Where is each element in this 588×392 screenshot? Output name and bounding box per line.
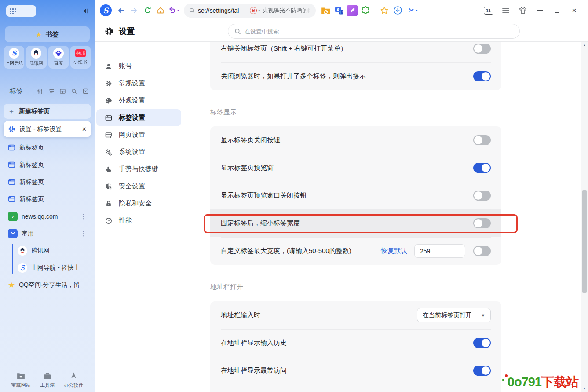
restore-default-link[interactable]: 恢复默认 [381,247,407,255]
shield-gear-icon [105,183,112,190]
download-button[interactable] [391,4,404,17]
more-options-icon[interactable]: ⋮ [80,212,87,220]
menu-button[interactable] [497,4,514,17]
quick-link-sogou-nav[interactable]: S 上网导航 [4,46,24,69]
tab-item-news[interactable]: › news.qq.com ⋮ [4,208,91,225]
webpage-gear-icon [105,132,112,139]
quick-link-xiaohongshu[interactable]: 小红书 小红书 [70,46,91,69]
nav-item-performance[interactable]: 性能 [96,212,181,229]
nav-item-account[interactable]: 账号 [96,58,181,75]
caret-down-icon[interactable]: ▾ [258,8,260,12]
new-tab-button[interactable]: ＋ 新建标签页 [4,104,91,119]
nav-item-webpage[interactable]: 网页设置 [96,126,181,143]
more-options-icon[interactable]: ⋮ [80,230,87,238]
tab-group-changyong[interactable]: 常用 ⋮ [4,225,91,242]
quick-link-baidu[interactable]: 百度 [48,46,69,69]
scrollbar[interactable]: ▲ ▼ [581,42,588,392]
watermark-logo: 0o791下载站 [508,374,578,391]
translate-button[interactable]: A中 [332,4,346,17]
address-bar[interactable]: se://settings/tal S ▾ 央视曝光不防晒的防晒 [184,4,316,18]
back-button[interactable] [114,4,128,17]
grid-icon [10,8,17,14]
edit-note-button[interactable] [346,4,359,17]
toggle-custom-tab-width[interactable] [473,246,491,256]
gears-icon [105,149,112,156]
tab-item-sogou-nav[interactable]: S 上网导航 - 轻快上 [13,259,91,276]
dock-office-software[interactable]: 办公软件 [60,372,87,388]
nav-item-appearance[interactable]: 外观设置 [96,92,181,109]
penguin-icon [18,246,27,256]
tab-item-newtab[interactable]: 新标签页 [4,139,91,156]
nav-item-gestures[interactable]: 手势与快捷键 [96,161,181,178]
skin-theme-button[interactable] [514,4,531,17]
toggle-show-close-button[interactable] [473,135,491,145]
sogou-icon: S [9,48,19,59]
setting-row: 在地址栏显示输入历史 [210,329,501,357]
collapse-sidebar-icon[interactable] [82,7,89,15]
toggle-show-preview[interactable] [473,163,491,173]
scroll-up-icon[interactable]: ▲ [581,42,588,48]
toggle-show-most-visited[interactable] [473,366,491,376]
sogou-search-badge[interactable]: S [250,7,257,14]
tab-item-newtab[interactable]: 新标签页 [4,156,91,173]
toggle-preview-close-button[interactable] [473,191,491,201]
nav-item-general[interactable]: 常规设置 [96,75,181,92]
settings-search-input[interactable] [245,28,513,35]
url-text[interactable]: se://settings/tal [198,7,239,14]
lock-icon [105,200,112,207]
setting-row: 右键关闭标签页（Shift + 右键可打开菜单） [210,42,501,62]
toggle-right-click-close[interactable] [473,44,491,54]
file-sync-button[interactable] [319,4,332,17]
close-tab-icon[interactable]: ✕ [82,126,87,132]
sidebar-dock: 宝藏网站 工具箱 办公软件 [4,372,90,388]
tab-item-qzone[interactable]: ★ QQ空间-分享生活，留 [4,276,91,293]
toggle-multi-tab-prompt[interactable] [473,71,491,81]
scrollbar-thumb[interactable] [582,190,587,293]
tab-count-button[interactable]: 11 [480,4,497,17]
forward-button[interactable] [128,4,141,17]
settings-nav: 账号 常规设置 外观设置 标签设置 网页设置 [96,58,181,229]
hot-search-text[interactable]: 央视曝光不防晒的防晒 [262,7,310,15]
toggle-shrink-pinned-tab[interactable] [473,218,491,228]
sogou-logo[interactable]: S [100,4,112,16]
minimize-button[interactable] [531,4,548,17]
sort-list-icon[interactable] [48,88,54,94]
settings-search[interactable] [228,24,520,39]
tab-item-tencent[interactable]: 腾讯网 [13,242,91,259]
extensions-button[interactable] [359,4,372,17]
undo-button[interactable]: ▾ [167,4,180,17]
nav-item-tabs[interactable]: 标签设置 [96,109,181,126]
browser-window: ★ 书签 S 上网导航 腾讯网 百度 小红书 小红书 [0,0,588,392]
user-icon [105,63,112,70]
max-tab-width-input[interactable] [414,244,465,258]
sidebar-layout-button[interactable] [6,5,36,17]
addressbar-open-dropdown[interactable]: 在当前标签页打开 ▼ [417,308,491,322]
nav-item-system[interactable]: 系统设置 [96,143,181,161]
screenshot-button[interactable]: ✂ ▾ [404,4,422,17]
refresh-button[interactable] [141,4,154,17]
dock-treasure-sites[interactable]: 宝藏网站 [8,372,34,388]
nav-item-security[interactable]: 安全设置 [96,178,181,195]
tab-item-newtab[interactable]: 新标签页 [4,173,91,191]
tab-item-settings-active[interactable]: 设置 - 标签设置 ✕ [4,121,91,137]
window-icon [8,195,15,203]
divider [375,6,375,15]
quick-link-qq[interactable]: 腾讯网 [26,46,46,69]
dock-toolbox[interactable]: 工具箱 [34,372,61,388]
home-button[interactable] [154,4,167,17]
close-panel-icon[interactable] [83,88,88,94]
tab-item-newtab[interactable]: 新标签页 [4,191,91,208]
maximize-button[interactable] [548,4,566,17]
nav-item-privacy[interactable]: 隐私和安全 [96,195,181,212]
close-window-button[interactable]: ✕ [566,4,583,17]
settings-content: 账号 常规设置 外观设置 标签设置 网页设置 [95,42,588,392]
favorite-star-button[interactable] [378,4,391,17]
toggle-show-input-history[interactable] [473,338,491,348]
divider [245,7,245,14]
page-title: 设置 [119,26,135,37]
bookmarks-button[interactable]: ★ 书签 [5,26,90,42]
equalizer-icon[interactable] [37,88,43,94]
scroll-down-icon[interactable]: ▼ [581,385,588,392]
grid-view-icon[interactable] [60,88,66,94]
search-icon[interactable] [71,88,77,94]
